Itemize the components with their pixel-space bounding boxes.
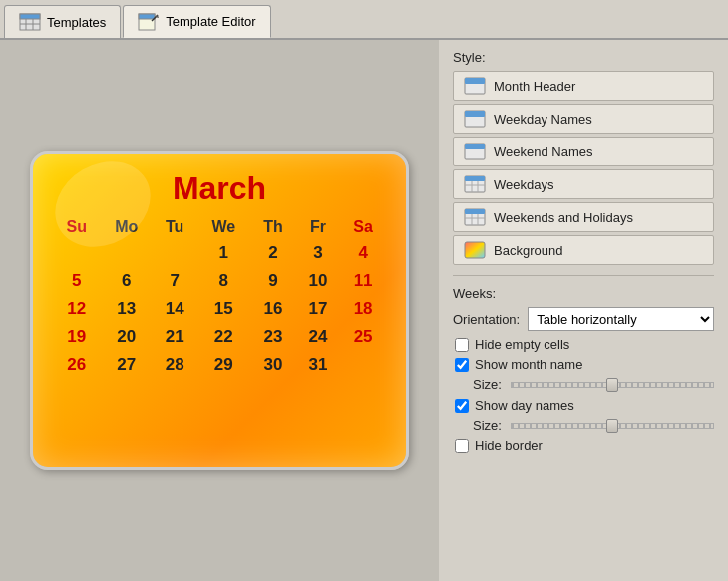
- orientation-select[interactable]: Table horizontally Table vertically: [528, 307, 714, 331]
- day-size-slider-track[interactable]: [511, 423, 714, 429]
- calendar-month: March: [53, 170, 386, 207]
- style-button-background[interactable]: Background: [453, 235, 714, 265]
- hide-border-checkbox[interactable]: [455, 439, 469, 453]
- templates-icon: [19, 13, 41, 31]
- calendar-cell-4-3: 29: [196, 351, 250, 379]
- svg-rect-6: [139, 14, 155, 19]
- day-size-label: Size:: [473, 418, 503, 433]
- style-button-month-header[interactable]: Month Header: [453, 71, 714, 101]
- month-size-slider-track[interactable]: [511, 382, 714, 388]
- weekday-names-icon: [464, 110, 486, 128]
- style-buttons-container: Month Header Weekday Names Weekend Names…: [453, 71, 714, 265]
- calendar-header-row: Su Mo Tu We Th Fr Sa: [53, 215, 386, 239]
- svg-rect-12: [465, 111, 485, 117]
- calendar-grid: Su Mo Tu We Th Fr Sa 1234567891011121314…: [53, 215, 386, 379]
- day-size-slider-thumb: [606, 419, 618, 433]
- calendar-cell-2-1: 13: [100, 295, 153, 323]
- calendar-cell-0-1: [100, 239, 153, 267]
- show-day-names-label[interactable]: Show day names: [475, 398, 574, 413]
- calendar-cell-0-6: 4: [340, 239, 386, 267]
- calendar-row-1: 567891011: [53, 267, 386, 295]
- calendar-cell-1-0: 5: [53, 267, 100, 295]
- calendar-cell-2-4: 16: [250, 295, 296, 323]
- svg-rect-21: [465, 209, 485, 214]
- style-button-weekend-names[interactable]: Weekend Names: [453, 137, 714, 166]
- weekdays-icon: [464, 175, 486, 193]
- show-day-names-checkbox[interactable]: [455, 399, 469, 413]
- month-header-icon: [464, 77, 486, 95]
- calendar-cell-2-5: 17: [296, 295, 340, 323]
- calendar-cell-3-5: 24: [296, 323, 340, 351]
- calendar-cell-3-6: 25: [340, 323, 386, 351]
- cal-header-tu: Tu: [153, 215, 196, 239]
- calendar-row-2: 12131415161718: [53, 295, 386, 323]
- cal-header-th: Th: [250, 215, 296, 239]
- calendar-row-0: 1234: [53, 239, 386, 267]
- tab-templates[interactable]: Templates: [4, 5, 121, 38]
- month-size-row: Size:: [453, 377, 714, 392]
- show-month-name-row: Show month name: [453, 357, 714, 372]
- show-day-names-row: Show day names: [453, 398, 714, 413]
- cal-header-we: We: [196, 215, 250, 239]
- calendar-card: March Su Mo Tu We Th Fr Sa 1234567891011…: [30, 151, 409, 470]
- weekday-names-label: Weekday Names: [494, 112, 592, 127]
- calendar-cell-0-2: [153, 239, 196, 267]
- hide-empty-cells-label[interactable]: Hide empty cells: [475, 337, 569, 352]
- calendar-cell-3-4: 23: [250, 323, 296, 351]
- calendar-cell-0-3: 1: [196, 239, 250, 267]
- calendar-cell-2-6: 18: [340, 295, 386, 323]
- svg-rect-16: [465, 176, 485, 181]
- calendar-cell-1-5: 10: [296, 267, 340, 295]
- calendar-row-4: 262728293031: [53, 351, 386, 379]
- svg-rect-25: [465, 242, 485, 258]
- calendar-cell-1-4: 9: [250, 267, 296, 295]
- style-button-weekdays[interactable]: Weekdays: [453, 169, 714, 199]
- background-label: Background: [494, 243, 562, 258]
- calendar-cell-3-1: 20: [100, 323, 153, 351]
- tab-templates-label: Templates: [47, 15, 106, 30]
- hide-empty-cells-row: Hide empty cells: [453, 337, 714, 352]
- calendar-cell-4-4: 30: [250, 351, 296, 379]
- month-header-label: Month Header: [494, 79, 575, 94]
- calendar-cell-1-1: 6: [100, 267, 153, 295]
- calendar-cell-4-0: 26: [53, 351, 100, 379]
- cal-header-su: Su: [53, 215, 100, 239]
- calendar-cell-0-0: [53, 239, 100, 267]
- calendar-cell-3-2: 21: [153, 323, 196, 351]
- calendar-cell-4-1: 27: [100, 351, 153, 379]
- calendar-cell-1-3: 8: [196, 267, 250, 295]
- tab-bar: Templates Template Editor: [0, 0, 728, 40]
- style-button-weekends-holidays[interactable]: Weekends and Holidays: [453, 202, 714, 232]
- calendar-cell-3-0: 19: [53, 323, 100, 351]
- month-size-slider-thumb: [606, 378, 618, 392]
- weekend-names-icon: [464, 143, 486, 160]
- orientation-label: Orientation:: [453, 312, 520, 327]
- hide-border-label[interactable]: Hide border: [475, 438, 543, 453]
- calendar-cell-2-2: 14: [153, 295, 196, 323]
- hide-border-row: Hide border: [453, 438, 714, 453]
- hide-empty-cells-checkbox[interactable]: [455, 338, 469, 352]
- calendar-cell-1-6: 11: [340, 267, 386, 295]
- style-label: Style:: [453, 50, 714, 65]
- show-month-name-checkbox[interactable]: [455, 358, 469, 372]
- calendar-cell-2-3: 15: [196, 295, 250, 323]
- weekends-holidays-label: Weekends and Holidays: [494, 210, 633, 225]
- calendar-cell-4-6: [340, 351, 386, 379]
- month-size-label: Size:: [473, 377, 503, 392]
- template-editor-icon: [138, 13, 160, 31]
- calendar-cell-0-4: 2: [250, 239, 296, 267]
- calendar-cell-0-5: 3: [296, 239, 340, 267]
- calendar-row-3: 19202122232425: [53, 323, 386, 351]
- calendar-cell-4-5: 31: [296, 351, 340, 379]
- weekdays-label: Weekdays: [494, 177, 553, 192]
- show-month-name-label[interactable]: Show month name: [475, 357, 582, 372]
- cal-header-sa: Sa: [340, 215, 386, 239]
- weekend-names-label: Weekend Names: [494, 145, 592, 159]
- tab-template-editor[interactable]: Template Editor: [123, 5, 270, 38]
- divider: [453, 275, 714, 276]
- calendar-cell-3-3: 22: [196, 323, 250, 351]
- style-button-weekday-names[interactable]: Weekday Names: [453, 104, 714, 134]
- preview-area: March Su Mo Tu We Th Fr Sa 1234567891011…: [0, 40, 439, 581]
- weekends-holidays-icon: [464, 208, 486, 226]
- cal-header-fr: Fr: [296, 215, 340, 239]
